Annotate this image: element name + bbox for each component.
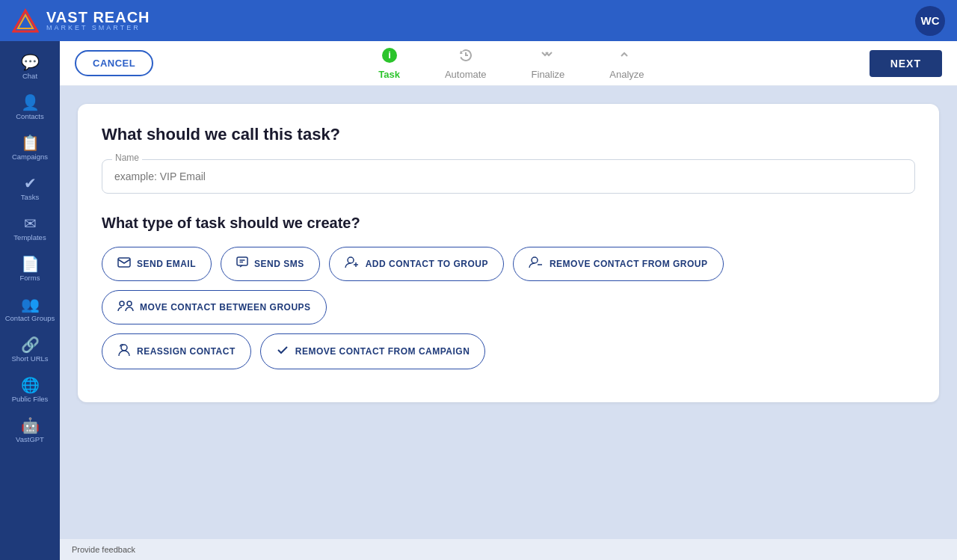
- move-contact-between-groups-button[interactable]: MOVE CONTACT BETWEEN GROUPS: [102, 290, 327, 324]
- sidebar-label-contacts: Contacts: [16, 112, 44, 120]
- step-finalize[interactable]: Finalize: [532, 47, 565, 80]
- vastgpt-icon: 🤖: [21, 418, 40, 433]
- brand-name: VAST REACH: [46, 10, 150, 25]
- send-sms-icon: [236, 256, 248, 271]
- add-contact-to-group-button[interactable]: ADD CONTACT TO GROUP: [329, 247, 504, 281]
- remove-contact-from-group-button[interactable]: REMOVE CONTACT FROM GROUP: [513, 247, 724, 281]
- task-name-question: What should we call this task?: [102, 125, 915, 144]
- logo: VAST REACH MARKET SMARTER: [12, 7, 915, 34]
- send-sms-button[interactable]: SEND SMS: [221, 247, 320, 281]
- chat-icon: 💬: [21, 55, 40, 70]
- task-name-input[interactable]: [102, 159, 915, 194]
- svg-point-10: [348, 257, 354, 263]
- contacts-icon: 👤: [21, 95, 40, 110]
- sidebar: 💬 Chat 👤 Contacts 📋 Campaigns ✔ Tasks ✉ …: [0, 41, 60, 560]
- finalize-step-icon: [540, 47, 556, 66]
- automate-step-icon: [458, 47, 474, 66]
- sidebar-label-short-urls: Short URLs: [11, 354, 48, 363]
- sidebar-label-tasks: Tasks: [21, 193, 39, 201]
- short-urls-icon: 🔗: [21, 337, 40, 352]
- svg-text:i: i: [388, 49, 391, 61]
- task-type-question: What type of task should we create?: [102, 215, 915, 232]
- step-finalize-label: Finalize: [532, 69, 565, 80]
- sidebar-item-tasks[interactable]: ✔ Tasks: [0, 168, 60, 209]
- user-avatar[interactable]: WC: [915, 6, 945, 36]
- page-body: What should we call this task? Name What…: [60, 86, 957, 539]
- svg-point-16: [127, 301, 132, 306]
- svg-rect-6: [237, 257, 247, 265]
- remove-contact-icon: [529, 256, 544, 271]
- task-options-row-1: SEND EMAIL SEND SMS ADD CONTACT TO GROUP: [102, 247, 915, 324]
- feedback-bar[interactable]: Provide feedback: [60, 539, 957, 560]
- sidebar-label-contact-groups: Contact Groups: [5, 314, 55, 322]
- logo-icon: [12, 7, 39, 34]
- reassign-contact-button[interactable]: REASSIGN CONTACT: [102, 333, 251, 369]
- sidebar-item-vastgpt[interactable]: 🤖 VastGPT: [0, 410, 60, 451]
- remove-campaign-icon: [276, 343, 289, 360]
- send-email-button[interactable]: SEND EMAIL: [102, 247, 212, 281]
- contact-groups-icon: 👥: [21, 297, 40, 312]
- svg-rect-5: [118, 258, 130, 267]
- task-options-row-2: REASSIGN CONTACT REMOVE CONTACT FROM CAM…: [102, 333, 915, 369]
- public-files-icon: 🌐: [21, 378, 40, 393]
- templates-icon: ✉: [24, 216, 37, 231]
- step-analyze[interactable]: Analyze: [609, 47, 644, 80]
- remove-contact-from-campaign-button[interactable]: REMOVE CONTACT FROM CAMPAIGN: [260, 333, 486, 369]
- task-step-icon: i: [381, 47, 398, 66]
- step-automate[interactable]: Automate: [445, 47, 487, 80]
- sidebar-label-templates: Templates: [13, 233, 46, 241]
- sidebar-item-forms[interactable]: 📄 Forms: [0, 249, 60, 289]
- sidebar-label-vastgpt: VastGPT: [16, 435, 44, 443]
- name-field-label: Name: [112, 153, 142, 163]
- campaigns-icon: 📋: [21, 135, 40, 150]
- name-field-wrap: Name: [102, 159, 915, 194]
- sidebar-label-chat: Chat: [22, 72, 37, 80]
- next-button[interactable]: NEXT: [870, 50, 942, 77]
- brand-tagline: MARKET SMARTER: [46, 25, 150, 31]
- move-contact-icon: [117, 300, 134, 315]
- cancel-button[interactable]: CANCEL: [75, 50, 153, 76]
- top-nav: VAST REACH MARKET SMARTER WC: [0, 0, 957, 41]
- sidebar-item-contact-groups[interactable]: 👥 Contact Groups: [0, 289, 60, 330]
- sidebar-item-short-urls[interactable]: 🔗 Short URLs: [0, 330, 60, 370]
- svg-point-13: [532, 257, 538, 263]
- step-task-label: Task: [378, 69, 400, 80]
- main-card: What should we call this task? Name What…: [78, 104, 939, 402]
- sidebar-item-templates[interactable]: ✉ Templates: [0, 209, 60, 249]
- step-analyze-label: Analyze: [609, 69, 644, 80]
- steps-container: i Task Automate: [168, 47, 854, 80]
- step-automate-label: Automate: [445, 69, 487, 80]
- toolbar: CANCEL i Task: [60, 41, 957, 86]
- sidebar-label-campaigns: Campaigns: [12, 153, 48, 161]
- sidebar-label-public-files: Public Files: [12, 395, 49, 403]
- step-task[interactable]: i Task: [378, 47, 400, 80]
- analyze-step-icon: [618, 47, 635, 66]
- feedback-label: Provide feedback: [72, 545, 135, 554]
- sidebar-item-contacts[interactable]: 👤 Contacts: [0, 87, 60, 128]
- sidebar-item-chat[interactable]: 💬 Chat: [0, 47, 60, 87]
- svg-point-17: [121, 345, 127, 351]
- svg-point-15: [120, 301, 124, 306]
- add-contact-icon: [345, 256, 360, 271]
- reassign-contact-icon: [117, 343, 131, 360]
- sidebar-label-forms: Forms: [20, 274, 40, 282]
- forms-icon: 📄: [21, 256, 40, 271]
- sidebar-item-public-files[interactable]: 🌐 Public Files: [0, 370, 60, 410]
- send-email-icon: [117, 257, 131, 271]
- tasks-icon: ✔: [24, 176, 37, 191]
- sidebar-item-campaigns[interactable]: 📋 Campaigns: [0, 128, 60, 168]
